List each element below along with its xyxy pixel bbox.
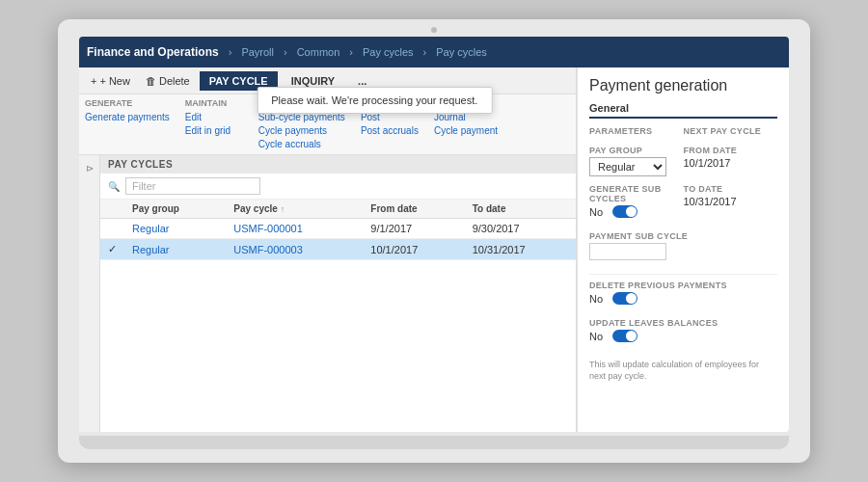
maintain-items: Edit Edit in grid xyxy=(185,111,243,137)
param-header-row: PARAMETERS NEXT PAY CYCLE xyxy=(589,126,777,138)
payment-sub-cycle-group: Payment sub cycle xyxy=(589,231,777,260)
panel-section-title: General xyxy=(589,102,777,119)
laptop-camera xyxy=(431,27,437,33)
breadcrumb-payroll[interactable]: Payroll xyxy=(241,46,274,58)
sub-cycles-value: No xyxy=(589,206,609,218)
maintain-group-title: MAINTAIN xyxy=(185,98,243,108)
to-date-value: 10/31/2017 xyxy=(684,196,778,207)
laptop-screen: Finance and Operations › Payroll › Commo… xyxy=(79,37,789,432)
from-date-value: 10/1/2017 xyxy=(684,157,778,169)
update-leaves-toggle-row: No xyxy=(589,330,777,342)
nav-sep2: › xyxy=(284,46,287,58)
payment-sub-cycle-input[interactable] xyxy=(589,243,666,260)
table-row[interactable]: ✓RegularUSMF-00000310/1/201710/31/2017 xyxy=(100,239,576,260)
parameters-label: PARAMETERS xyxy=(589,126,684,136)
section-header: PAY CYCLES xyxy=(100,155,576,174)
next-pay-cycle-label: NEXT PAY CYCLE xyxy=(684,126,778,136)
parameters-col: PARAMETERS xyxy=(589,126,684,138)
generate-group-title: GENERATE xyxy=(85,98,170,108)
pay-group-col: Pay group Regular xyxy=(589,146,684,176)
post-items: Post Post accruals xyxy=(361,111,419,137)
delete-label: Delete xyxy=(159,75,190,87)
row-check: ✓ xyxy=(100,239,124,260)
nav-title: Finance and Operations xyxy=(87,45,219,59)
cycle-payment-btn[interactable]: Cycle payment xyxy=(434,124,498,137)
new-icon: + xyxy=(91,75,96,87)
filter-sidebar-icon[interactable]: ⊳ xyxy=(86,163,94,174)
delete-prev-toggle-row: No xyxy=(589,292,777,305)
edit-btn[interactable]: Edit xyxy=(185,111,243,123)
table-row[interactable]: RegularUSMF-0000019/1/20179/30/2017 xyxy=(100,219,576,239)
ribbon-group-maintain: MAINTAIN Edit Edit in grid xyxy=(185,98,243,150)
row-pay-cycle[interactable]: USMF-000001 xyxy=(226,219,363,239)
row-pay-cycle[interactable]: USMF-000003 xyxy=(226,239,363,260)
edit-in-grid-btn[interactable]: Edit in grid xyxy=(185,124,243,137)
filter-bar: 🔍 Filter xyxy=(100,174,576,200)
main-content: ⊳ PAY CYCLES 🔍 Filter xyxy=(79,155,576,432)
pay-group-from-date-row: Pay group Regular From date 10/1/2017 xyxy=(589,146,777,176)
journal2-items: Journal Cycle payment xyxy=(434,111,498,137)
sort-icon: ↑ xyxy=(281,204,285,214)
new-label: + New xyxy=(99,75,130,87)
row-pay-group[interactable]: Regular xyxy=(124,219,226,239)
generate-payments-btn[interactable]: Generate payments xyxy=(85,111,170,123)
nav-sep1: › xyxy=(229,46,232,58)
next-pay-cycle-col: NEXT PAY CYCLE xyxy=(684,126,778,138)
table-header-row: Pay group Pay cycle ↑ From date To date xyxy=(100,200,576,219)
row-to-date: 9/30/2017 xyxy=(465,219,576,239)
row-to-date: 10/31/2017 xyxy=(465,239,576,260)
update-leaves-toggle[interactable] xyxy=(612,330,637,342)
update-leaves-group: Update Leaves Balances No xyxy=(589,318,777,348)
filter-placeholder: Filter xyxy=(132,180,155,192)
left-panel: + + New 🗑 Delete PAY CYCLE INQUIRY ... xyxy=(79,67,577,432)
row-from-date: 9/1/2017 xyxy=(363,219,464,239)
pay-cycles-table: Pay group Pay cycle ↑ From date To date … xyxy=(100,200,576,260)
breadcrumb-pay-cycles2[interactable]: Pay cycles xyxy=(436,46,487,58)
payment-sub-cycle-label: Payment sub cycle xyxy=(589,231,777,241)
delete-button[interactable]: 🗑 Delete xyxy=(140,73,196,89)
row-pay-group[interactable]: Regular xyxy=(124,239,226,260)
delete-icon: 🗑 xyxy=(146,75,156,87)
update-leaves-label: Update Leaves Balances xyxy=(589,318,777,328)
row-check xyxy=(100,219,124,239)
row-from-date: 10/1/2017 xyxy=(363,239,464,260)
breadcrumb-common[interactable]: Common xyxy=(297,46,340,58)
laptop-shell: Finance and Operations › Payroll › Commo… xyxy=(58,19,810,463)
post-accruals-btn[interactable]: Post accruals xyxy=(361,124,419,137)
cycle-accruals-btn[interactable]: Cycle accruals xyxy=(258,138,345,150)
nav-sep4: › xyxy=(423,46,427,58)
filter-input[interactable]: Filter xyxy=(125,177,260,195)
divider1 xyxy=(589,274,777,275)
new-button[interactable]: + + New xyxy=(85,73,136,89)
col-from-date: From date xyxy=(363,200,464,219)
from-date-label: From date xyxy=(684,146,778,155)
delete-prev-toggle[interactable] xyxy=(612,292,637,305)
col-to-date: To date xyxy=(465,200,576,219)
from-date-col: From date 10/1/2017 xyxy=(684,146,778,169)
col-check xyxy=(100,200,124,219)
processing-toast: Please wait. We're processing your reque… xyxy=(257,87,492,114)
col-pay-cycle: Pay cycle ↑ xyxy=(226,200,363,219)
sub-cycles-toggle-row: No xyxy=(589,205,684,218)
pay-group-label: Pay group xyxy=(589,146,684,155)
sub-cycles-col: Generate sub cycles No xyxy=(589,184,684,224)
journals-items: Sub-cycle payments Cycle payments Cycle … xyxy=(258,111,345,150)
section-title: PAY CYCLES xyxy=(108,159,173,170)
laptop-base xyxy=(79,436,789,449)
to-date-label: To date xyxy=(684,184,778,194)
left-sidebar: ⊳ xyxy=(79,155,100,432)
delete-prev-group: Delete Previous Payments No xyxy=(589,281,777,310)
sub-cycles-to-date-row: Generate sub cycles No To date 10/31/201… xyxy=(589,184,777,224)
breadcrumb-pay-cycles[interactable]: Pay cycles xyxy=(363,46,414,58)
pay-group-select[interactable]: Regular xyxy=(589,157,666,176)
sub-cycles-toggle[interactable] xyxy=(612,205,637,218)
delete-prev-value: No xyxy=(589,293,609,305)
table-body: RegularUSMF-0000019/1/20179/30/2017✓Regu… xyxy=(100,219,576,260)
cycle-payments-btn[interactable]: Cycle payments xyxy=(258,124,345,137)
panel-title: Payment generation xyxy=(589,77,777,94)
sub-cycles-label: Generate sub cycles xyxy=(589,184,684,203)
nav-bar: Finance and Operations › Payroll › Commo… xyxy=(79,37,789,67)
sub-note: This will update calculation of employee… xyxy=(589,360,777,382)
toast-message: Please wait. We're processing your reque… xyxy=(271,94,477,106)
search-icon: 🔍 xyxy=(108,181,120,192)
